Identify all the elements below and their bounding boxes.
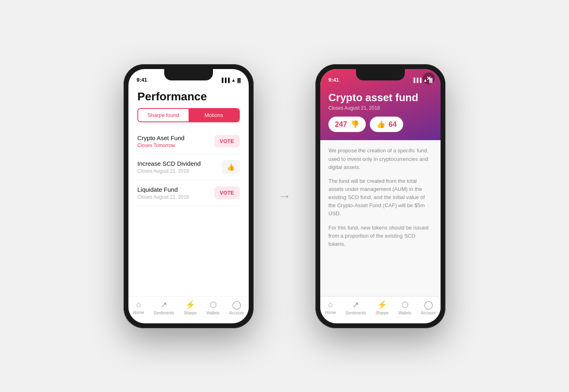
- nav-label-sharpe-2: Sharpe: [376, 311, 389, 315]
- item-info-3: Liquidate Fund Closes August 21, 2018: [137, 186, 189, 200]
- nav-label-account: Account: [229, 311, 244, 315]
- page-title: Performance: [137, 90, 240, 103]
- nav-sentiments-2[interactable]: ↗ Sentiments: [345, 300, 366, 315]
- vote-button-3[interactable]: VOTE: [214, 186, 240, 199]
- nav-sentiments-1[interactable]: ↗ Sentiments: [154, 300, 174, 315]
- wallets-icon-2: ⬡: [402, 300, 408, 310]
- sentiments-icon: ↗: [161, 300, 167, 310]
- wifi-icon-2: ▲: [423, 78, 428, 82]
- account-icon: ◯: [232, 300, 241, 310]
- home-icon: ⌂: [136, 300, 141, 309]
- item-sub-1: Closes Tomorrow: [137, 143, 185, 148]
- nav-sharpe-1[interactable]: ⚡ Sharpe: [184, 300, 197, 315]
- status-time-1: 9:41: [137, 77, 147, 83]
- item-info-2: Increase SCD Dividend Closes August 21, …: [137, 160, 201, 174]
- nav-account-2[interactable]: ◯ Account: [421, 300, 436, 315]
- bottom-nav-1: ⌂ Home ↗ Sentiments ⚡ Sharpe ⬡ Wallets: [128, 296, 249, 323]
- motions-list: Crypto Aset Fund Closes Tomorrow VOTE In…: [128, 129, 249, 296]
- nav-sharpe-2[interactable]: ⚡ Sharpe: [376, 300, 389, 315]
- tab-sharpe[interactable]: Sharpe found: [138, 109, 189, 121]
- s1-header: Performance: [128, 87, 249, 108]
- item-sub-2: Closes August 21, 2018: [137, 168, 201, 174]
- votes-against-pill: 247 👎: [328, 117, 366, 132]
- vote-button-1[interactable]: VOTE: [214, 135, 240, 147]
- nav-label-sentiments-2: Sentiments: [345, 311, 366, 315]
- scene: 9:41 ▐▐▐ ▲ ▓ Performance Sharpe found Mo…: [107, 48, 462, 344]
- description-para-3: For this fund, new tokens should be issu…: [328, 224, 432, 248]
- sentiments-icon-2: ↗: [352, 300, 359, 310]
- battery-icon-1: ▓: [237, 78, 241, 82]
- bottom-nav-2: ⌂ Home ↗ Sentiments ⚡ Sharpe ⬡ Wallets: [320, 296, 441, 323]
- wifi-icon-1: ▲: [231, 78, 236, 82]
- thumbup-icon: 👍: [376, 120, 385, 129]
- item-name-2: Increase SCD Dividend: [137, 160, 201, 167]
- nav-wallets-1[interactable]: ⬡ Wallets: [206, 300, 219, 315]
- fund-subtitle: Closes August 21, 2018: [328, 105, 432, 111]
- nav-home-1[interactable]: ⌂ Home: [133, 300, 144, 315]
- nav-wallets-2[interactable]: ⬡ Wallets: [398, 300, 411, 315]
- nav-home-2[interactable]: ⌂ Home: [325, 300, 336, 315]
- fund-description: We propose the creation of a specific fu…: [320, 140, 441, 296]
- fund-title: Crypto asset fund: [328, 92, 432, 104]
- nav-label-home-2: Home: [325, 310, 336, 315]
- description-para-1: We propose the creation of a specific fu…: [328, 147, 432, 171]
- sharpe-icon: ⚡: [185, 300, 195, 310]
- signal-icon-1: ▐▐▐: [220, 78, 230, 82]
- item-name-1: Crypto Aset Fund: [137, 134, 185, 141]
- item-sub-3: Closes August 21, 2018: [137, 194, 189, 200]
- tabs-container: Sharpe found Motions: [137, 108, 240, 122]
- wallets-icon: ⬡: [210, 300, 217, 310]
- screen2-body: 9:41 ▐▐▐ ▲ ▓ ✕ Crypto asset fund Closes …: [320, 69, 441, 323]
- nav-label-sentiments: Sentiments: [154, 311, 174, 315]
- thumbdown-icon: 👎: [350, 120, 359, 129]
- tab-motions[interactable]: Motions: [189, 109, 239, 121]
- description-para-2: The fund will be created from the total …: [328, 177, 432, 218]
- phone-2: 9:41 ▐▐▐ ▲ ▓ ✕ Crypto asset fund Closes …: [315, 64, 445, 328]
- screen1-body: Performance Sharpe found Motions Crypto …: [128, 87, 249, 323]
- nav-label-wallets-2: Wallets: [398, 311, 411, 315]
- account-icon-2: ◯: [424, 300, 433, 310]
- list-item: Crypto Aset Fund Closes Tomorrow VOTE: [137, 129, 240, 154]
- item-info-1: Crypto Aset Fund Closes Tomorrow: [137, 134, 185, 148]
- list-item: Increase SCD Dividend Closes August 21, …: [137, 154, 240, 180]
- status-icons-1: ▐▐▐ ▲ ▓: [220, 78, 241, 82]
- thumb-button-2[interactable]: 👍: [222, 160, 240, 174]
- votes-for-count: 64: [389, 120, 397, 129]
- status-time-2: 9:41: [328, 77, 339, 83]
- votes-against-count: 247: [335, 120, 347, 129]
- transition-arrow: →: [278, 188, 291, 204]
- home-icon-2: ⌂: [328, 300, 333, 309]
- item-name-3: Liquidate Fund: [137, 186, 189, 193]
- votes-container: 247 👎 👍 64: [328, 117, 432, 132]
- votes-for-pill: 👍 64: [370, 117, 403, 132]
- nav-label-account-2: Account: [421, 311, 436, 315]
- phone-1: 9:41 ▐▐▐ ▲ ▓ Performance Sharpe found Mo…: [124, 64, 254, 328]
- signal-icon-2: ▐▐▐: [412, 78, 421, 82]
- nav-account-1[interactable]: ◯ Account: [229, 300, 244, 315]
- status-icons-2: ▐▐▐ ▲ ▓: [412, 78, 432, 82]
- sharpe-icon-2: ⚡: [377, 300, 387, 310]
- nav-label-home: Home: [133, 310, 144, 315]
- nav-label-wallets: Wallets: [206, 311, 219, 315]
- battery-icon-2: ▓: [429, 78, 432, 82]
- notch-1: [164, 69, 213, 80]
- list-item: Liquidate Fund Closes August 21, 2018 VO…: [137, 180, 240, 206]
- notch-2: [356, 69, 405, 80]
- nav-label-sharpe: Sharpe: [184, 311, 197, 315]
